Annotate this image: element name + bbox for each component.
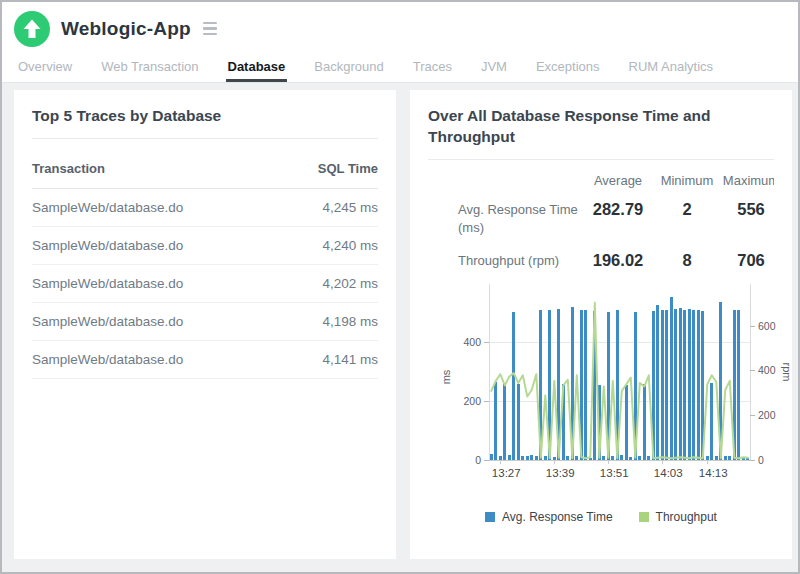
divider <box>428 159 774 160</box>
stats-column-average: Average <box>580 164 656 192</box>
stats-row-label: Throughput (rpm) <box>428 243 580 276</box>
stats-row-label: Avg. Response Time (ms) <box>428 192 580 243</box>
transaction-cell[interactable]: SampleWeb/database.do <box>32 227 280 265</box>
svg-text:400: 400 <box>463 336 481 348</box>
svg-text:0: 0 <box>758 454 764 466</box>
svg-text:600: 600 <box>758 320 776 332</box>
panel-title: Over All Database Response Time and Thro… <box>428 105 760 147</box>
traces-table-body: SampleWeb/database.do4,245 msSampleWeb/d… <box>32 189 378 379</box>
transaction-cell[interactable]: SampleWeb/database.do <box>32 303 280 341</box>
stats-body: Avg. Response Time (ms)282.792556Through… <box>428 192 774 276</box>
legend-swatch <box>485 512 495 522</box>
svg-text:13:27: 13:27 <box>492 467 521 479</box>
tab-bar: OverviewWeb TransactionDatabaseBackgroun… <box>2 55 798 83</box>
arrow-up-circle-icon <box>14 11 50 47</box>
transaction-cell[interactable]: SampleWeb/database.do <box>32 189 280 227</box>
panel-title: Top 5 Traces by Database <box>32 105 378 126</box>
tab-overview[interactable]: Overview <box>16 59 74 82</box>
traces-table: Transaction SQL Time SampleWeb/database.… <box>32 148 378 379</box>
traces-table-header: Transaction SQL Time <box>32 148 378 189</box>
legend-label: Throughput <box>656 510 717 524</box>
legend-label: Avg. Response Time <box>502 510 613 524</box>
stats-value-average: 196.02 <box>580 243 656 276</box>
sql-time-cell: 4,202 ms <box>280 265 378 303</box>
sql-time-cell: 4,245 ms <box>280 189 378 227</box>
response-throughput-panel: Over All Database Response Time and Thro… <box>410 90 792 559</box>
tab-database[interactable]: Database <box>226 59 288 82</box>
tab-web-transaction[interactable]: Web Transaction <box>99 59 200 82</box>
stats-value-maximum: 706 <box>718 243 774 276</box>
legend-item-avg-response-time[interactable]: Avg. Response Time <box>485 510 613 524</box>
stats-blank-cell <box>428 164 580 192</box>
svg-text:13:39: 13:39 <box>546 467 575 479</box>
table-row[interactable]: SampleWeb/database.do4,202 ms <box>32 265 378 303</box>
legend-item-throughput[interactable]: Throughput <box>639 510 717 524</box>
svg-text:400: 400 <box>758 364 776 376</box>
stats-value-maximum: 556 <box>718 192 774 243</box>
content-area: Top 5 Traces by Database Transaction SQL… <box>2 83 798 559</box>
column-header-sql-time: SQL Time <box>280 148 378 189</box>
svg-text:13:51: 13:51 <box>600 467 629 479</box>
stats-value-minimum: 2 <box>656 192 718 243</box>
sql-time-cell: 4,141 ms <box>280 341 378 379</box>
response-throughput-chart[interactable]: 0200400020040060013:2713:3913:5114:0314:… <box>410 280 792 486</box>
divider <box>32 138 378 139</box>
tab-background[interactable]: Background <box>312 59 385 82</box>
stats-value-average: 282.79 <box>580 192 656 243</box>
sql-time-cell: 4,198 ms <box>280 303 378 341</box>
sql-time-cell: 4,240 ms <box>280 227 378 265</box>
top-traces-panel: Top 5 Traces by Database Transaction SQL… <box>14 90 396 559</box>
stats-row: Throughput (rpm)196.028706 <box>428 243 774 276</box>
table-row[interactable]: SampleWeb/database.do4,240 ms <box>32 227 378 265</box>
stats-table-wrap: AverageMinimumMaximum Avg. Response Time… <box>428 164 774 276</box>
stats-value-minimum: 8 <box>656 243 718 276</box>
app-header: Weblogic-App <box>2 2 798 55</box>
svg-text:14:03: 14:03 <box>654 467 683 479</box>
table-row[interactable]: SampleWeb/database.do4,141 ms <box>32 341 378 379</box>
line-throughput <box>491 303 748 459</box>
page-title: Weblogic-App <box>61 18 191 40</box>
transaction-cell[interactable]: SampleWeb/database.do <box>32 341 280 379</box>
svg-text:14:13: 14:13 <box>699 467 728 479</box>
svg-text:0: 0 <box>475 454 481 466</box>
svg-text:200: 200 <box>463 395 481 407</box>
svg-text:rpm: rpm <box>781 363 792 382</box>
tab-exceptions[interactable]: Exceptions <box>534 59 602 82</box>
stats-column-minimum: Minimum <box>656 164 718 192</box>
svg-text:200: 200 <box>758 409 776 421</box>
stats-header-row: AverageMinimumMaximum <box>428 164 774 192</box>
svg-text:ms: ms <box>440 369 452 384</box>
table-row[interactable]: SampleWeb/database.do4,245 ms <box>32 189 378 227</box>
tab-traces[interactable]: Traces <box>411 59 454 82</box>
table-row[interactable]: SampleWeb/database.do4,198 ms <box>32 303 378 341</box>
legend-swatch <box>639 512 649 522</box>
chart-legend: Avg. Response TimeThroughput <box>410 510 792 524</box>
column-header-transaction: Transaction <box>32 148 280 189</box>
tab-jvm[interactable]: JVM <box>479 59 509 82</box>
stats-row: Avg. Response Time (ms)282.792556 <box>428 192 774 243</box>
stats-column-maximum: Maximum <box>718 164 774 192</box>
tab-rum-analytics[interactable]: RUM Analytics <box>627 59 716 82</box>
stats-table: AverageMinimumMaximum Avg. Response Time… <box>428 164 774 276</box>
app-window: { "colors": { "accent_green": "#2dcb73",… <box>0 0 800 574</box>
transaction-cell[interactable]: SampleWeb/database.do <box>32 265 280 303</box>
hamburger-icon[interactable] <box>199 18 221 40</box>
